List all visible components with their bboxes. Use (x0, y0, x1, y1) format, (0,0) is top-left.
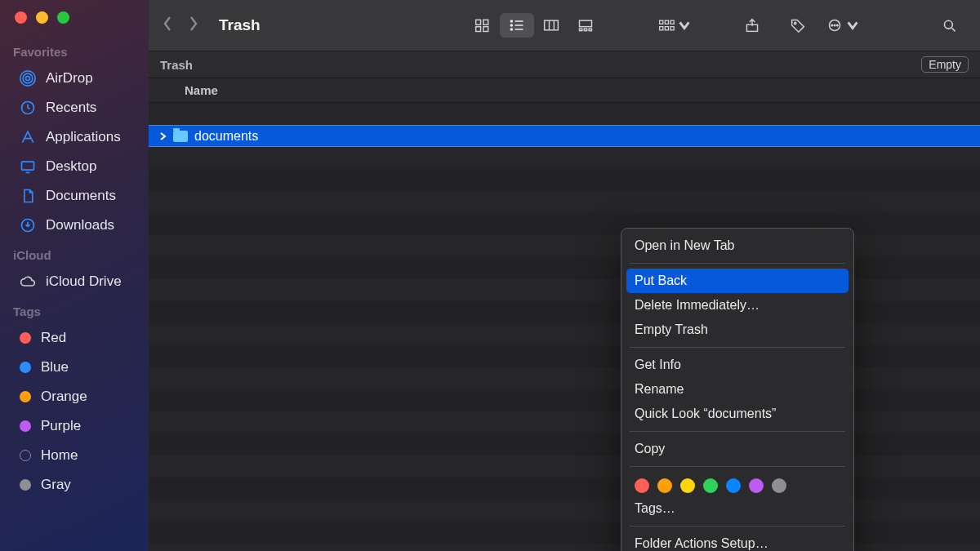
ctx-open-new-tab[interactable]: Open in New Tab (621, 233, 853, 258)
sidebar-item-label: Blue (41, 359, 69, 375)
nav-forward-button[interactable] (188, 16, 199, 35)
tag-color-red[interactable] (635, 478, 649, 493)
sidebar-item-label: Applications (46, 129, 121, 145)
sidebar-tag-purple[interactable]: Purple (7, 411, 142, 441)
tag-dot-icon (20, 420, 31, 432)
folder-icon (173, 131, 188, 142)
svg-point-11 (510, 24, 512, 26)
view-list-button[interactable] (500, 13, 534, 38)
close-window-button[interactable] (15, 11, 27, 24)
empty-trash-button[interactable]: Empty (921, 56, 969, 73)
finder-window: Favorites AirDrop Recents Applications D… (0, 0, 980, 551)
sidebar-tag-home[interactable]: Home (7, 441, 142, 470)
menu-separator (630, 466, 845, 467)
tag-color-gray[interactable] (772, 478, 786, 493)
ctx-put-back[interactable]: Put Back (626, 269, 849, 293)
ctx-quick-look[interactable]: Quick Look “documents” (621, 402, 853, 426)
cloud-icon (20, 273, 36, 290)
ctx-tag-colors (621, 472, 853, 496)
minimize-window-button[interactable] (36, 11, 48, 24)
column-header[interactable]: Name (149, 78, 980, 103)
tags-button[interactable] (781, 13, 815, 38)
sidebar-tag-orange[interactable]: Orange (7, 382, 142, 411)
maximize-window-button[interactable] (57, 11, 69, 24)
svg-rect-4 (22, 162, 34, 170)
tag-dot-icon (20, 479, 31, 491)
svg-point-25 (795, 22, 796, 24)
tag-color-orange[interactable] (657, 478, 672, 493)
svg-rect-23 (670, 27, 674, 30)
sidebar-item-icloud-drive[interactable]: iCloud Drive (7, 267, 142, 296)
column-name-label: Name (185, 83, 218, 97)
group-by-button[interactable] (658, 13, 693, 38)
tag-color-green[interactable] (703, 478, 718, 493)
sidebar-item-label: Orange (41, 389, 87, 405)
svg-point-0 (26, 77, 30, 81)
menu-separator (630, 526, 845, 527)
svg-rect-6 (476, 20, 481, 24)
sidebar-item-label: iCloud Drive (46, 273, 122, 290)
svg-rect-21 (660, 27, 663, 30)
more-button[interactable] (826, 13, 861, 38)
nav-back-button[interactable] (162, 16, 173, 35)
tag-dot-icon (20, 332, 31, 344)
sidebar-item-documents[interactable]: Documents (7, 181, 142, 211)
search-button[interactable] (933, 13, 967, 38)
disclosure-triangle-icon[interactable] (158, 129, 167, 144)
sidebar-tag-red[interactable]: Red (7, 323, 142, 353)
sidebar-item-desktop[interactable]: Desktop (7, 152, 142, 181)
view-gallery-button[interactable] (568, 13, 603, 38)
context-menu: Open in New Tab Put Back Delete Immediat… (621, 228, 854, 551)
svg-rect-16 (584, 29, 586, 31)
sidebar-item-applications[interactable]: Applications (7, 122, 142, 152)
menu-separator (630, 431, 845, 432)
sidebar-tag-gray[interactable]: Gray (7, 470, 142, 500)
tag-dot-icon (20, 391, 31, 402)
path-bar: Trash Empty (149, 51, 980, 78)
sidebar-item-label: Purple (41, 418, 81, 434)
ctx-copy[interactable]: Copy (621, 437, 853, 461)
svg-point-29 (836, 24, 838, 26)
ctx-tags[interactable]: Tags… (621, 496, 853, 521)
sidebar-section-icloud: iCloud (0, 240, 149, 267)
ctx-rename[interactable]: Rename (621, 377, 853, 402)
tag-color-yellow[interactable] (680, 478, 695, 493)
svg-point-12 (510, 29, 512, 30)
svg-rect-18 (660, 20, 663, 24)
window-title: Trash (219, 16, 261, 34)
list-item-selected[interactable]: documents (149, 125, 980, 147)
ctx-folder-actions[interactable]: Folder Actions Setup… (621, 531, 853, 551)
file-list[interactable]: documents Open in New Tab Put Back Delet… (149, 103, 980, 551)
sidebar-tag-blue[interactable]: Blue (7, 353, 142, 382)
svg-rect-22 (665, 27, 668, 30)
desktop-icon (20, 158, 36, 175)
sidebar-item-label: Home (41, 447, 78, 464)
sidebar-section-tags: Tags (0, 296, 149, 323)
tag-color-blue[interactable] (726, 478, 741, 493)
tag-color-purple[interactable] (749, 478, 764, 493)
svg-rect-20 (670, 20, 674, 24)
svg-rect-7 (483, 20, 488, 24)
ctx-get-info[interactable]: Get Info (621, 353, 853, 377)
view-icons-button[interactable] (466, 13, 500, 38)
toolbar: Trash (149, 0, 980, 51)
share-button[interactable] (735, 13, 769, 38)
ctx-delete-immediately[interactable]: Delete Immediately… (621, 293, 853, 318)
sidebar-section-favorites: Favorites (0, 37, 149, 64)
sidebar-item-label: Downloads (46, 217, 114, 233)
sidebar: Favorites AirDrop Recents Applications D… (0, 0, 149, 551)
ctx-empty-trash[interactable]: Empty Trash (621, 318, 853, 342)
path-location: Trash (160, 58, 193, 72)
tag-dot-icon (20, 362, 31, 373)
view-columns-button[interactable] (534, 13, 568, 38)
sidebar-item-label: Desktop (46, 158, 96, 175)
sidebar-item-downloads[interactable]: Downloads (7, 211, 142, 240)
tag-dot-icon (20, 450, 31, 461)
sidebar-item-recents[interactable]: Recents (7, 93, 142, 122)
svg-point-27 (831, 24, 833, 26)
svg-point-28 (834, 24, 835, 26)
main-pane: Trash (149, 0, 980, 551)
clock-icon (20, 100, 36, 116)
svg-rect-14 (580, 20, 592, 27)
sidebar-item-airdrop[interactable]: AirDrop (7, 64, 142, 93)
